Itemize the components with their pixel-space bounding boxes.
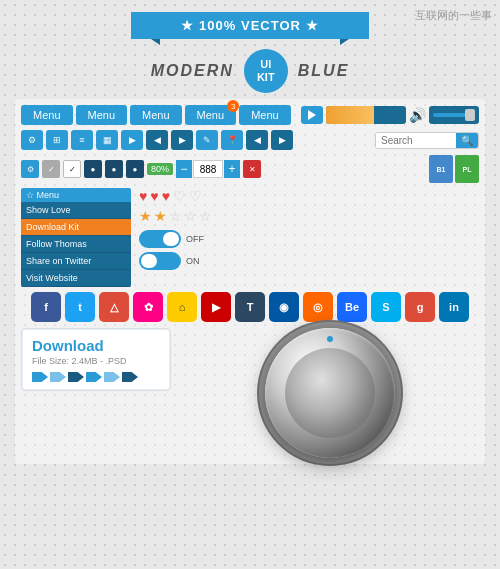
social-tumblr[interactable]: T xyxy=(235,292,265,322)
heart-4[interactable]: ♡ xyxy=(173,188,186,204)
search-button[interactable]: 🔍 xyxy=(456,133,478,148)
toggle-on[interactable] xyxy=(139,252,181,270)
toggle-knob-off xyxy=(163,232,179,246)
menu-follow-thomas[interactable]: Follow Thomas xyxy=(21,236,131,253)
social-facebook[interactable]: f xyxy=(31,292,61,322)
volume-icon[interactable]: 🔊 xyxy=(409,107,426,123)
menu-visit-website[interactable]: Visit Website xyxy=(21,270,131,287)
star-2[interactable]: ★ xyxy=(154,208,167,224)
bottom-row: Download File Size: 2.4MB - .PSD xyxy=(21,328,479,458)
arrow-2 xyxy=(50,372,66,382)
settings-icon-btn[interactable]: ⚙ xyxy=(21,130,43,150)
social-flickr[interactable]: ✿ xyxy=(133,292,163,322)
star-5[interactable]: ☆ xyxy=(199,208,212,224)
title-modern: MODERN xyxy=(151,62,234,80)
hearts-row: ♥ ♥ ♥ ♡ ♡ xyxy=(139,188,479,204)
nav-right: 🔊 xyxy=(301,106,479,124)
download-size: File Size: 2.4MB - .PSD xyxy=(32,356,160,366)
arrow-4 xyxy=(86,372,102,382)
knob-inner xyxy=(285,348,375,438)
title-row: MODERN UIKIT BLUE xyxy=(0,49,500,93)
social-googleplus[interactable]: △ xyxy=(99,292,129,322)
nav-bar: Menu Menu Menu Menu 3 Menu 🔊 xyxy=(21,105,479,125)
slider-track[interactable] xyxy=(433,113,475,117)
sq-check[interactable]: ✓ xyxy=(42,160,60,178)
grid-icon-btn[interactable]: ⊞ xyxy=(46,130,68,150)
stepper-plus[interactable]: + xyxy=(224,160,240,178)
menu-btn-4[interactable]: Menu 3 xyxy=(185,105,237,125)
social-rss[interactable]: ◎ xyxy=(303,292,333,322)
menu-share-twitter[interactable]: Share on Twitter xyxy=(21,253,131,270)
uikit-label: UIKIT xyxy=(257,58,275,84)
nav-badge: 3 xyxy=(227,100,239,112)
heart-3[interactable]: ♥ xyxy=(162,188,170,204)
progress-fill xyxy=(326,106,374,124)
play-btn[interactable] xyxy=(301,106,323,124)
title-blue: BLUE xyxy=(298,62,350,80)
table-icon-btn[interactable]: ▦ xyxy=(96,130,118,150)
download-title[interactable]: Download xyxy=(32,337,160,354)
prev2-icon-btn[interactable]: ◀ xyxy=(246,130,268,150)
video-icon-btn[interactable]: ▶ xyxy=(121,130,143,150)
download-arrow-row xyxy=(32,372,160,382)
menu-btn-2[interactable]: Menu xyxy=(76,105,128,125)
knob[interactable] xyxy=(265,328,395,458)
social-twitter[interactable]: t xyxy=(65,292,95,322)
search-box: 🔍 xyxy=(375,132,479,149)
prev-icon-btn[interactable]: ◀ xyxy=(146,130,168,150)
sq-close[interactable]: ✕ xyxy=(243,160,261,178)
heart-2[interactable]: ♥ xyxy=(150,188,158,204)
menu-show-love[interactable]: Show Love xyxy=(21,202,131,219)
num-stepper: − 888 + xyxy=(176,160,240,178)
slider-bar xyxy=(429,106,479,124)
edit-icon-btn[interactable]: ✎ xyxy=(196,130,218,150)
toggle-label-off: OFF xyxy=(186,234,204,244)
file-icon-xls: PL xyxy=(455,155,479,183)
icon-toolbar-1: ⚙ ⊞ ≡ ▦ ▶ ◀ ▶ ✎ 📍 ◀ ▶ 🔍 xyxy=(21,130,479,150)
toggle-label-on: ON xyxy=(186,256,200,266)
ui-content: Menu Menu Menu Menu 3 Menu 🔊 ⚙ ⊞ ≡ ▦ ▶ ◀ xyxy=(15,99,485,464)
panel-header-text: ☆ Menu xyxy=(26,190,59,200)
download-box: Download File Size: 2.4MB - .PSD xyxy=(21,328,171,391)
toggle-row-1: OFF xyxy=(139,230,479,248)
slider-thumb xyxy=(465,109,475,121)
social-google2[interactable]: g xyxy=(405,292,435,322)
social-behance[interactable]: Be xyxy=(337,292,367,322)
arrow-3 xyxy=(68,372,84,382)
social-youtube[interactable]: ▶ xyxy=(201,292,231,322)
menu-download-kit[interactable]: Download Kit xyxy=(21,219,131,236)
social-stumbleupon[interactable]: ⌂ xyxy=(167,292,197,322)
menu-btn-3[interactable]: Menu xyxy=(130,105,182,125)
heart-5[interactable]: ♡ xyxy=(189,188,202,204)
heart-1[interactable]: ♥ xyxy=(139,188,147,204)
next-icon-btn[interactable]: ▶ xyxy=(171,130,193,150)
star-4[interactable]: ☆ xyxy=(184,208,197,224)
arrow-6 xyxy=(122,372,138,382)
sq-dot2[interactable]: ● xyxy=(105,160,123,178)
percent-badge: 80% xyxy=(147,163,173,175)
social-skype[interactable]: S xyxy=(371,292,401,322)
panel-header: ☆ Menu xyxy=(21,188,131,202)
menu-btn-1[interactable]: Menu xyxy=(21,105,73,125)
stepper-minus[interactable]: − xyxy=(176,160,192,178)
list-icon-btn[interactable]: ≡ xyxy=(71,130,93,150)
next2-icon-btn[interactable]: ▶ xyxy=(271,130,293,150)
location-icon-btn[interactable]: 📍 xyxy=(221,130,243,150)
social-lastfm[interactable]: ◉ xyxy=(269,292,299,322)
star-3[interactable]: ☆ xyxy=(169,208,182,224)
sq-check2[interactable]: ✓ xyxy=(63,160,81,178)
left-panel: ☆ Menu Show Love Download Kit Follow Tho… xyxy=(21,188,131,287)
toggle-off[interactable] xyxy=(139,230,181,248)
star-1[interactable]: ★ xyxy=(139,208,152,224)
sq-dot1[interactable]: ● xyxy=(84,160,102,178)
sq-settings[interactable]: ⚙ xyxy=(21,160,39,178)
sq-dot3[interactable]: ● xyxy=(126,160,144,178)
right-section: ♥ ♥ ♥ ♡ ♡ ★ ★ ☆ ☆ ☆ OFF xyxy=(139,188,479,287)
social-linkedin[interactable]: in xyxy=(439,292,469,322)
toggle-row-2: ON xyxy=(139,252,479,270)
arrow-5 xyxy=(104,372,120,382)
toggle-knob-on xyxy=(141,254,157,268)
menu-btn-5[interactable]: Menu xyxy=(239,105,291,125)
stepper-value: 888 xyxy=(193,160,223,178)
search-input[interactable] xyxy=(376,133,456,148)
